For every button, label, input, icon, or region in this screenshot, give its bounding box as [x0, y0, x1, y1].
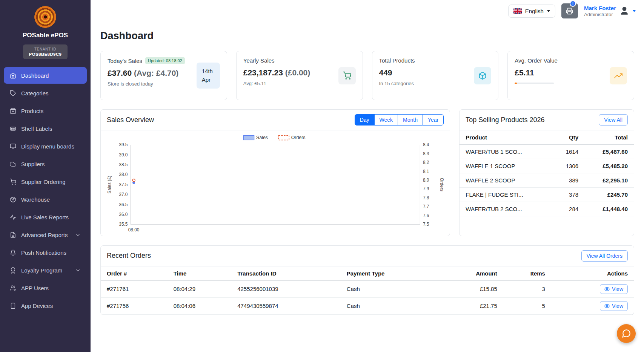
user-role: Administrator: [584, 12, 616, 17]
sidebar-item-products[interactable]: Products: [4, 103, 87, 119]
top-selling-panel: Top Selling Products 2026 View All Produ…: [459, 109, 634, 236]
range-week-button[interactable]: Week: [374, 114, 398, 125]
svg-text:7.7: 7.7: [423, 204, 429, 209]
user-avatar-icon: [619, 6, 629, 16]
view-order-button[interactable]: View: [600, 284, 628, 294]
box-icon: [474, 67, 491, 84]
product-cell: FLAKE | FUDGE STI...: [460, 188, 552, 202]
column-header: Time: [168, 266, 232, 281]
time-cell: 08:04:29: [168, 280, 232, 297]
view-all-button[interactable]: View All: [599, 114, 628, 125]
items-cell: 5: [503, 297, 551, 314]
svg-text:Orders: Orders: [291, 135, 306, 140]
table-row: #271761 08:04:29 4255256001039 Cash £15.…: [101, 280, 634, 297]
column-header: Qty: [552, 130, 585, 145]
printer-button[interactable]: !: [561, 3, 578, 18]
order-number-cell: #271756: [101, 297, 168, 314]
range-day-button[interactable]: Day: [355, 114, 374, 125]
product-cell: WAFFLE 2 SCOOP: [460, 173, 552, 188]
brand-name: POSable ePOS: [0, 32, 91, 39]
brand-logo: [34, 6, 56, 28]
svg-text:36.0: 36.0: [119, 212, 128, 217]
updated-badge: Updated: 08:18:02: [145, 57, 185, 64]
sidebar-item-advanced-reports[interactable]: Advanced Reports: [4, 227, 87, 243]
sidebar-item-label: Shelf Labels: [21, 125, 52, 132]
total-products-card: Total Products 449 In 15 categories: [372, 51, 499, 100]
sidebar-item-push-notifications[interactable]: Push Notifications: [4, 244, 87, 261]
sidebar-item-app-users[interactable]: APP Users: [4, 280, 87, 296]
sidebar-item-shelf-labels[interactable]: Shelf Labels: [4, 120, 87, 137]
top-selling-table: Product Qty Total WAFER/TUB 1 SCO... 161…: [460, 130, 634, 216]
view-all-orders-button[interactable]: View All Orders: [581, 250, 628, 262]
sales-overview-panel: Sales Overview Day Week Month Year Sales…: [100, 109, 450, 236]
view-order-button[interactable]: View: [600, 301, 628, 311]
package-icon: [10, 196, 16, 203]
total-cell: £2,295.10: [584, 173, 634, 188]
sidebar-item-supplier-ordering[interactable]: Supplier Ordering: [4, 173, 87, 190]
card-label: Avg. Order Value: [515, 57, 558, 64]
total-cell: £1,448.40: [584, 202, 634, 216]
yearly-sales-secondary: (£0.00): [285, 68, 310, 77]
dashboard-content: Dashboard Today's Sales Updated: 08:18:0…: [91, 22, 644, 352]
svg-text:8.3: 8.3: [423, 151, 429, 156]
total-cell: £5,487.60: [584, 145, 634, 159]
svg-text:39.0: 39.0: [119, 152, 128, 158]
todays-sales-amount: £37.60: [108, 69, 132, 77]
topbar: English ! Mark Foster Administrator: [91, 0, 644, 22]
svg-text:35.5: 35.5: [119, 222, 128, 227]
sidebar-item-display-menu-boards[interactable]: Display menu boards: [4, 138, 87, 155]
payment-type-cell: Cash: [341, 297, 447, 314]
avg-order-progress-fill: [515, 83, 517, 84]
card-label: Today's Sales: [108, 58, 142, 64]
cloud-icon: [10, 161, 16, 167]
range-month-button[interactable]: Month: [398, 114, 423, 125]
svg-text:Sales: Sales: [256, 135, 268, 140]
chat-widget-button[interactable]: [617, 324, 636, 343]
tenant-id-value: POS8BE8D9C9: [29, 52, 62, 57]
svg-text:37.5: 37.5: [119, 182, 128, 187]
sidebar-item-label: Products: [21, 108, 43, 114]
range-year-button[interactable]: Year: [423, 114, 444, 125]
total-products-note: In 15 categories: [379, 81, 415, 86]
table-row: FLAKE | FUDGE STI... 378 £245.70: [460, 188, 634, 202]
sidebar-item-app-devices[interactable]: App Devices: [4, 297, 87, 314]
svg-text:37.0: 37.0: [119, 192, 128, 197]
recent-orders-panel: Recent Orders View All Orders Order # Ti…: [100, 245, 634, 315]
total-cell: £5,485.20: [584, 159, 634, 173]
total-products-value: 449: [379, 67, 415, 78]
column-header: Product: [460, 130, 552, 145]
product-cell: WAFER/TUB 1 SCO...: [460, 145, 552, 159]
avg-order-value: £5.11: [515, 67, 558, 78]
product-cell: WAFER/TUB 2 SCO...: [460, 202, 552, 216]
sales-overview-title: Sales Overview: [107, 116, 154, 124]
language-dropdown[interactable]: English: [508, 5, 555, 18]
time-cell: 08:04:06: [168, 297, 232, 314]
top-selling-title: Top Selling Products 2026: [466, 116, 544, 124]
sidebar-item-loyalty-program[interactable]: Loyalty Program: [4, 262, 87, 279]
sidebar-item-warehouse[interactable]: Warehouse: [4, 191, 87, 208]
user-menu[interactable]: Mark Foster Administrator: [584, 5, 636, 17]
sidebar-item-categories[interactable]: Categories: [4, 85, 87, 101]
card-label: Total Products: [379, 57, 415, 64]
svg-text:8.0: 8.0: [423, 178, 429, 183]
sidebar-item-suppliers[interactable]: Suppliers: [4, 156, 87, 172]
qty-cell: 1614: [552, 145, 585, 159]
todays-sales-card: Today's Sales Updated: 08:18:02 £37.60 (…: [100, 51, 227, 100]
sidebar-item-live-sales-reports[interactable]: Live Sales Reports: [4, 209, 87, 225]
monitor-icon: [10, 143, 16, 150]
items-cell: 3: [503, 280, 551, 297]
table-row: WAFFLE 1 SCOOP 1306 £5,485.20: [460, 159, 634, 173]
sidebar-item-label: Supplier Ordering: [21, 179, 66, 185]
qty-cell: 284: [552, 202, 585, 216]
svg-text:8.1: 8.1: [423, 169, 429, 174]
user-name: Mark Foster: [584, 5, 616, 11]
card-label: Yearly Sales: [243, 57, 310, 64]
column-header: Total: [584, 130, 634, 145]
tenant-id-label: TENANT ID: [29, 47, 62, 51]
svg-text:39.5: 39.5: [119, 142, 128, 147]
date-box: 14th Apr: [197, 63, 220, 89]
transaction-id-cell: 4749430559874: [231, 297, 341, 314]
svg-text:7.9: 7.9: [423, 186, 429, 191]
sidebar-item-dashboard[interactable]: Dashboard: [4, 67, 87, 84]
sidebar-item-label: Loyalty Program: [21, 267, 62, 274]
